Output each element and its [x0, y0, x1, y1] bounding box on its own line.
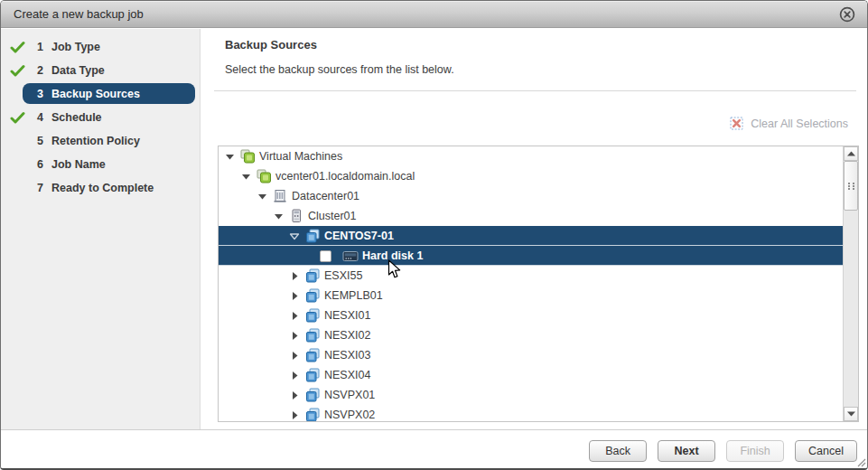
- wizard-step-schedule[interactable]: 4Schedule: [1, 106, 200, 129]
- collapse-arrow-icon[interactable]: [240, 172, 251, 182]
- tree-item-label: Hard disk 1: [362, 249, 428, 262]
- tree-item-esxi55[interactable]: ESXI55: [219, 266, 843, 286]
- step-label: Retention Policy: [51, 129, 140, 153]
- step-number: 1: [37, 35, 43, 59]
- step-label: Backup Sources: [51, 82, 140, 106]
- wizard-step-ready-to-complete[interactable]: 7Ready to Complete: [1, 176, 200, 200]
- tree-item-label: NESXI02: [324, 329, 376, 342]
- divider: [214, 90, 856, 91]
- step-check-placeholder: [10, 182, 25, 195]
- tree-item-nsvpx02[interactable]: NSVPX02: [219, 405, 843, 421]
- tree-item-label: Virtual Machines: [259, 150, 348, 163]
- tree-item-nesxi02[interactable]: NESXI02: [219, 325, 843, 345]
- tree-item-vcenter01-localdomain-local[interactable]: vcenter01.localdomain.local: [219, 166, 843, 186]
- dialog-title: Create a new backup job: [14, 1, 144, 27]
- tree-item-label: CENTOS7-01: [324, 230, 399, 242]
- tree-item-kemplb01[interactable]: KEMPLB01: [219, 286, 843, 306]
- step-label: Data Type: [51, 59, 105, 82]
- tree-rows: Virtual Machinesvcenter01.localdomain.lo…: [219, 146, 843, 421]
- tree-item-label: NSVPX01: [324, 389, 380, 401]
- expand-arrow-icon[interactable]: [289, 311, 300, 321]
- step-check-placeholder: [10, 88, 25, 101]
- step-check-placeholder: [10, 135, 25, 148]
- tree-item-cluster01[interactable]: Cluster01: [219, 206, 843, 226]
- step-number: 6: [37, 153, 43, 176]
- expand-arrow-icon[interactable]: [289, 371, 300, 381]
- scroll-down-button[interactable]: [844, 407, 858, 421]
- dialog-titlebar[interactable]: Create a new backup job: [1, 1, 867, 28]
- collapse-arrow-icon[interactable]: [257, 192, 267, 202]
- tree-item-label: Datacenter01: [292, 190, 365, 202]
- step-label: Job Name: [51, 153, 106, 176]
- close-icon[interactable]: [839, 6, 855, 23]
- step-label: Schedule: [51, 106, 102, 129]
- tree-item-label: Cluster01: [308, 210, 362, 222]
- step-check-icon: [10, 111, 25, 125]
- tree-scrollbar[interactable]: [843, 146, 858, 421]
- vm-blue-icon: [304, 308, 321, 323]
- tree-item-label: vcenter01.localdomain.local: [275, 170, 420, 183]
- step-number: 7: [37, 176, 43, 200]
- clear-selections-icon: [730, 117, 743, 130]
- hard-disk-icon: [342, 249, 359, 263]
- tree-item-nsvpx01[interactable]: NSVPX01: [219, 385, 843, 405]
- wizard-step-backup-sources[interactable]: 3Backup Sources: [1, 82, 200, 106]
- wizard-step-data-type[interactable]: 2Data Type: [1, 59, 200, 82]
- hard-disk-checkbox[interactable]: [320, 250, 331, 262]
- expand-arrow-icon[interactable]: [289, 410, 300, 420]
- wizard-step-job-name[interactable]: 6Job Name: [1, 153, 200, 176]
- vm-green-icon: [256, 169, 272, 183]
- expand-arrow-icon[interactable]: [289, 331, 300, 341]
- wizard-step-retention-policy[interactable]: 5Retention Policy: [1, 129, 200, 153]
- next-button[interactable]: Next: [658, 440, 715, 462]
- vm-blue-icon: [304, 328, 321, 343]
- step-check-placeholder: [10, 158, 25, 172]
- wizard-steps: 1Job Type2Data Type3Backup Sources4Sched…: [1, 29, 201, 429]
- step-number: 5: [37, 129, 43, 153]
- expand-arrow-icon[interactable]: [289, 271, 300, 281]
- step-number: 4: [37, 106, 43, 129]
- finish-button: Finish: [726, 440, 784, 462]
- vm-blue-icon: [304, 348, 321, 362]
- clear-all-selections-button[interactable]: Clear All Selections: [730, 116, 848, 131]
- step-label: Ready to Complete: [51, 176, 154, 200]
- step-number: 3: [37, 82, 43, 106]
- tree-item-nesxi04[interactable]: NESXI04: [219, 365, 843, 385]
- tree-item-nesxi03[interactable]: NESXI03: [219, 345, 843, 365]
- vm-blue-icon: [304, 288, 321, 303]
- vm-blue-icon: [304, 229, 321, 243]
- tree-item-hard-disk-1[interactable]: Hard disk 1: [219, 246, 843, 266]
- tree-item-datacenter01[interactable]: Datacenter01: [219, 186, 843, 206]
- page-subtitle: Select the backup sources from the list …: [225, 63, 454, 76]
- backup-sources-tree: Virtual Machinesvcenter01.localdomain.lo…: [218, 146, 859, 422]
- step-label: Job Type: [51, 35, 100, 59]
- vm-blue-icon: [304, 268, 321, 283]
- tree-item-label: NESXI03: [324, 349, 376, 362]
- cluster-icon: [288, 209, 304, 223]
- tree-item-virtual-machines[interactable]: Virtual Machines: [219, 146, 843, 166]
- vm-green-icon: [239, 149, 256, 164]
- datacenter-icon: [272, 189, 288, 203]
- scrollbar-thumb[interactable]: [844, 161, 858, 211]
- expand-arrow-icon[interactable]: [289, 390, 300, 400]
- back-button[interactable]: Back: [589, 440, 647, 462]
- footer-buttons: BackNextFinishCancel: [589, 440, 857, 462]
- collapse-arrow-icon[interactable]: [289, 231, 300, 241]
- vm-blue-icon: [304, 368, 321, 382]
- expand-arrow-icon[interactable]: [289, 291, 300, 301]
- tree-item-label: NESXI01: [324, 309, 376, 322]
- step-check-icon: [10, 64, 25, 78]
- tree-item-centos7-01[interactable]: CENTOS7-01: [219, 226, 843, 246]
- scroll-up-button[interactable]: [844, 146, 858, 161]
- page-title: Backup Sources: [225, 38, 317, 52]
- cancel-button[interactable]: Cancel: [795, 440, 857, 462]
- collapse-arrow-icon[interactable]: [224, 152, 235, 162]
- resize-grip-icon[interactable]: [855, 456, 866, 467]
- wizard-step-job-type[interactable]: 1Job Type: [1, 35, 200, 59]
- tree-item-label: ESXI55: [324, 269, 368, 282]
- expand-arrow-icon[interactable]: [289, 351, 300, 361]
- tree-item-nesxi01[interactable]: NESXI01: [219, 306, 843, 325]
- step-check-icon: [10, 41, 25, 54]
- step-number: 2: [37, 59, 43, 82]
- collapse-arrow-icon[interactable]: [273, 212, 284, 221]
